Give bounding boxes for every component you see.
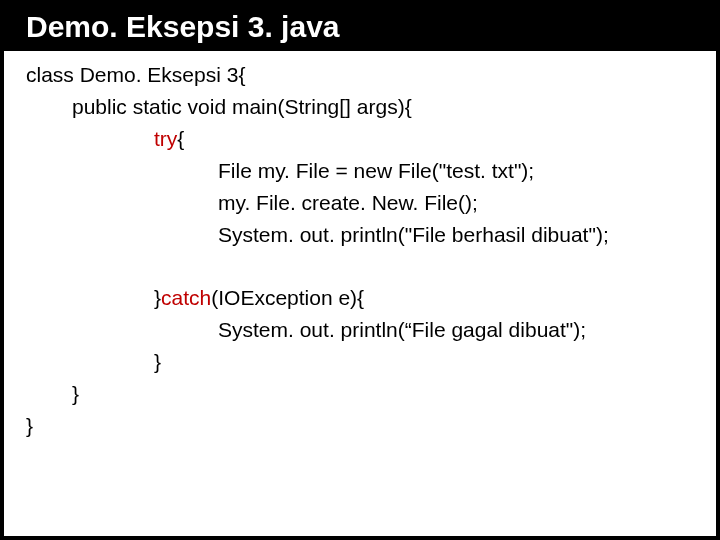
slide-frame: Demo. Eksepsi 3. java class Demo. Ekseps… xyxy=(0,0,720,540)
slide-inner: Demo. Eksepsi 3. java class Demo. Ekseps… xyxy=(4,4,716,536)
code-line: my. File. create. New. File(); xyxy=(26,187,698,219)
code-line: public static void main(String[] args){ xyxy=(26,91,698,123)
code-line: } xyxy=(26,346,698,378)
code-block: class Demo. Eksepsi 3{ public static voi… xyxy=(4,51,716,442)
blank-line xyxy=(26,250,698,282)
slide-title: Demo. Eksepsi 3. java xyxy=(4,4,716,51)
code-line: File my. File = new File("test. txt"); xyxy=(26,155,698,187)
code-line: System. out. println("File berhasil dibu… xyxy=(26,219,698,251)
code-line: try{ xyxy=(26,123,698,155)
code-line: System. out. println(“File gagal dibuat"… xyxy=(26,314,698,346)
code-text: { xyxy=(177,127,184,150)
keyword-try: try xyxy=(154,127,177,150)
code-line: class Demo. Eksepsi 3{ xyxy=(26,59,698,91)
code-text: } xyxy=(154,286,161,309)
code-text: (IOException e){ xyxy=(211,286,364,309)
code-line: } xyxy=(26,378,698,410)
code-line: }catch(IOException e){ xyxy=(26,282,698,314)
keyword-catch: catch xyxy=(161,286,211,309)
code-line: } xyxy=(26,410,698,442)
